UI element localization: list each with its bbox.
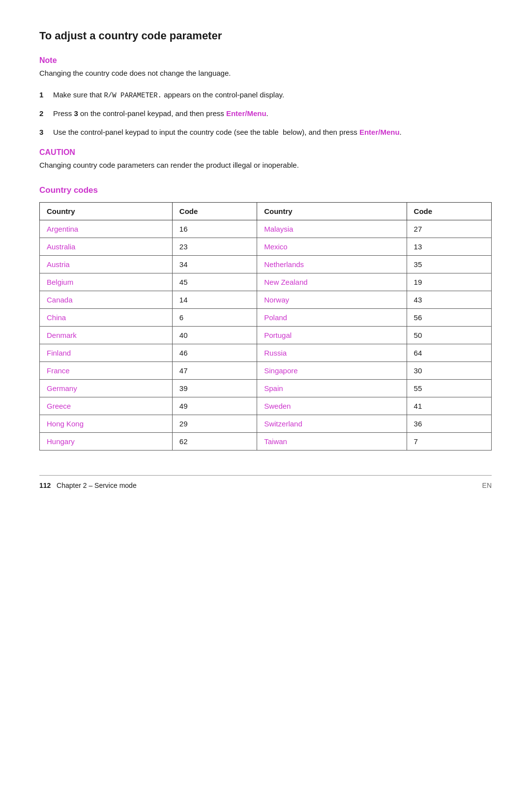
page-title: To adjust a country code parameter (39, 30, 492, 42)
country-name-right: Portugal (257, 327, 407, 344)
country-code-left: 29 (172, 415, 257, 433)
table-row: France47Singapore30 (40, 362, 492, 380)
table-row: Hungary62Taiwan7 (40, 433, 492, 451)
country-code-left: 14 (172, 291, 257, 309)
country-code-right: 7 (407, 433, 491, 451)
col-header-country-2: Country (257, 203, 407, 220)
step-3-enter-menu: Enter/Menu (359, 128, 400, 136)
country-code-left: 47 (172, 362, 257, 380)
country-code-left: 46 (172, 344, 257, 362)
country-code-left: 40 (172, 327, 257, 344)
country-name-right: Netherlands (257, 256, 407, 273)
table-header-row: Country Code Country Code (40, 203, 492, 220)
country-code-left: 39 (172, 380, 257, 397)
country-name-right: Taiwan (257, 433, 407, 451)
country-name-left: Argentina (40, 220, 173, 238)
country-name-right: Switzerland (257, 415, 407, 433)
table-row: Germany39Spain55 (40, 380, 492, 397)
country-code-right: 50 (407, 327, 491, 344)
footer-chapter: 112 Chapter 2 – Service mode (39, 481, 137, 489)
table-row: Canada14Norway43 (40, 291, 492, 309)
country-codes-section: Country codes Country Code Country Code … (39, 185, 492, 451)
caution-label: CAUTION (39, 148, 492, 157)
country-name-right: Spain (257, 380, 407, 397)
country-code-right: 19 (407, 273, 491, 291)
col-header-code-2: Code (407, 203, 491, 220)
step-2-highlight-3: 3 (74, 109, 78, 118)
country-name-left: Austria (40, 256, 173, 273)
country-name-right: Mexico (257, 238, 407, 256)
country-name-right: New Zealand (257, 273, 407, 291)
country-code-right: 56 (407, 309, 491, 327)
country-name-left: France (40, 362, 173, 380)
col-header-code-1: Code (172, 203, 257, 220)
caution-section: CAUTION Changing country code parameters… (39, 148, 492, 171)
step-3-text: Use the control-panel keypad to input th… (53, 126, 492, 138)
footer-chapter-text: Chapter 2 – Service mode (53, 481, 136, 489)
step-3: 3 Use the control-panel keypad to input … (39, 126, 492, 138)
country-name-right: Poland (257, 309, 407, 327)
country-name-left: Belgium (40, 273, 173, 291)
mono-text-1: R/W PARAMETER. (104, 91, 162, 99)
country-name-left: Canada (40, 291, 173, 309)
note-label: Note (39, 56, 492, 65)
step-1-text: Make sure that R/W PARAMETER. appears on… (53, 89, 492, 101)
note-text: Changing the country code does not chang… (39, 68, 492, 79)
country-name-left: Australia (40, 238, 173, 256)
country-code-left: 34 (172, 256, 257, 273)
country-name-left: Hungary (40, 433, 173, 451)
table-row: Hong Kong29Switzerland36 (40, 415, 492, 433)
country-code-right: 43 (407, 291, 491, 309)
country-code-right: 13 (407, 238, 491, 256)
country-code-right: 30 (407, 362, 491, 380)
table-row: Austria34Netherlands35 (40, 256, 492, 273)
country-code-left: 49 (172, 397, 257, 415)
step-1: 1 Make sure that R/W PARAMETER. appears … (39, 89, 492, 101)
country-name-right: Sweden (257, 397, 407, 415)
table-row: Finland46Russia64 (40, 344, 492, 362)
note-section: Note Changing the country code does not … (39, 56, 492, 79)
step-1-num: 1 (39, 89, 47, 101)
country-code-right: 27 (407, 220, 491, 238)
country-name-left: Denmark (40, 327, 173, 344)
country-code-right: 55 (407, 380, 491, 397)
country-name-left: Greece (40, 397, 173, 415)
country-code-right: 36 (407, 415, 491, 433)
table-row: China6Poland56 (40, 309, 492, 327)
country-name-left: Hong Kong (40, 415, 173, 433)
country-codes-heading: Country codes (39, 185, 492, 195)
country-name-right: Russia (257, 344, 407, 362)
table-row: Argentina16Malaysia27 (40, 220, 492, 238)
col-header-country-1: Country (40, 203, 173, 220)
country-name-left: China (40, 309, 173, 327)
table-row: Greece49Sweden41 (40, 397, 492, 415)
table-row: Belgium45New Zealand19 (40, 273, 492, 291)
country-name-right: Norway (257, 291, 407, 309)
country-code-right: 41 (407, 397, 491, 415)
country-code-left: 62 (172, 433, 257, 451)
country-code-left: 23 (172, 238, 257, 256)
step-3-num: 3 (39, 126, 47, 138)
table-row: Denmark40Portugal50 (40, 327, 492, 344)
country-name-left: Germany (40, 380, 173, 397)
country-code-left: 45 (172, 273, 257, 291)
country-name-right: Singapore (257, 362, 407, 380)
steps-list: 1 Make sure that R/W PARAMETER. appears … (39, 89, 492, 138)
footer-lang: EN (482, 481, 492, 489)
country-code-right: 35 (407, 256, 491, 273)
step-2-text: Press 3 on the control-panel keypad, and… (53, 108, 492, 120)
country-name-left: Finland (40, 344, 173, 362)
country-codes-table: Country Code Country Code Argentina16Mal… (39, 202, 492, 451)
country-code-right: 64 (407, 344, 491, 362)
step-2-enter-menu: Enter/Menu (226, 109, 266, 118)
country-code-left: 16 (172, 220, 257, 238)
country-name-right: Malaysia (257, 220, 407, 238)
step-2-num: 2 (39, 108, 47, 120)
footer: 112 Chapter 2 – Service mode EN (39, 475, 492, 489)
caution-text: Changing country code parameters can ren… (39, 160, 492, 171)
footer-page-num: 112 (39, 481, 51, 489)
step-2: 2 Press 3 on the control-panel keypad, a… (39, 108, 492, 120)
country-code-left: 6 (172, 309, 257, 327)
table-row: Australia23Mexico13 (40, 238, 492, 256)
